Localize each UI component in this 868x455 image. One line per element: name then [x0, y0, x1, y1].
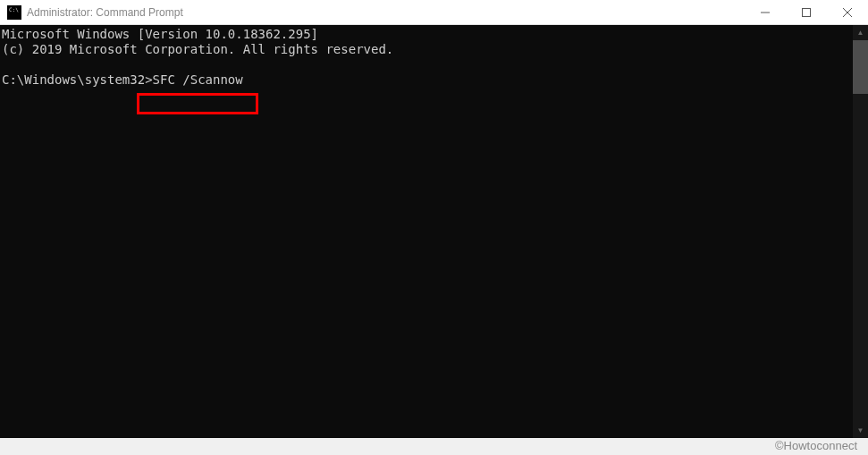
scroll-thumb[interactable] [853, 40, 868, 94]
close-button[interactable] [827, 0, 868, 24]
titlebar[interactable]: C:\ Administrator: Command Prompt [0, 0, 868, 25]
window-title: Administrator: Command Prompt [27, 6, 745, 19]
vertical-scrollbar[interactable]: ▲ ▼ [853, 25, 868, 438]
command-prompt-window: C:\ Administrator: Command Prompt Micros… [0, 0, 868, 438]
scroll-down-arrow[interactable]: ▼ [853, 423, 868, 438]
console-output[interactable]: Microsoft Windows [Version 10.0.18362.29… [0, 25, 853, 438]
maximize-button[interactable] [786, 0, 827, 24]
minimize-button[interactable] [745, 0, 786, 24]
console-prompt-path: C:\Windows\system32> [2, 72, 153, 87]
console-area: Microsoft Windows [Version 10.0.18362.29… [0, 25, 868, 438]
window-controls [745, 0, 868, 24]
svg-rect-1 [803, 8, 811, 16]
console-line-version: Microsoft Windows [Version 10.0.18362.29… [2, 27, 318, 41]
console-line-copyright: (c) 2019 Microsoft Corporation. All righ… [2, 42, 393, 56]
scroll-up-arrow[interactable]: ▲ [853, 25, 868, 40]
console-command: SFC /Scannow [153, 72, 243, 87]
cmd-icon: C:\ [7, 5, 21, 20]
watermark-text: ©Howtoconnect [775, 439, 857, 452]
